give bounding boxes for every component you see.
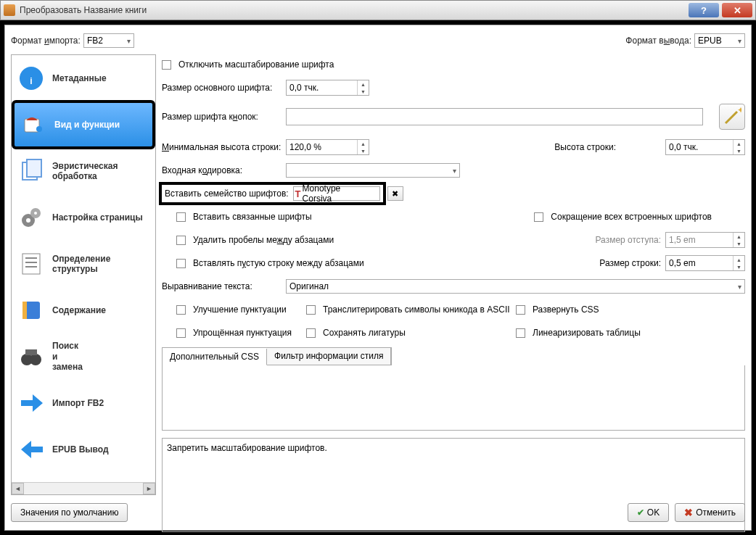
extra-css-textarea[interactable]	[162, 365, 745, 431]
button-font-size-label: Размер шрифта кнопок:	[162, 112, 282, 122]
embed-linked-fonts-label: Вставить связанные шрифты	[193, 212, 312, 222]
svg-rect-5	[27, 159, 41, 177]
simplify-punctuation-label: Упрощённая пунктуация	[193, 328, 302, 338]
svg-rect-15	[22, 302, 27, 319]
base-font-size-label: Размер основного шрифта:	[162, 83, 282, 93]
check-icon: ✔	[637, 507, 644, 518]
line-height-spinner[interactable]: 0,0 тчк. ▲▼	[665, 139, 745, 155]
arrow-left-icon	[17, 436, 45, 463]
svg-text:✦: ✦	[737, 107, 741, 115]
keep-ligatures-checkbox[interactable]	[306, 328, 316, 338]
line-height-label: Высота строки:	[543, 142, 616, 152]
input-encoding-combo[interactable]	[286, 163, 460, 178]
unwrap-css-checkbox[interactable]	[516, 305, 525, 315]
sidebar-item-epub-output[interactable]: EPUB Вывод	[12, 426, 155, 473]
tab-style-filter[interactable]: Фильтр информации стиля	[267, 348, 391, 365]
transliterate-checkbox[interactable]	[306, 305, 316, 315]
svg-rect-10	[22, 254, 40, 274]
cancel-icon: ✖	[684, 507, 693, 518]
clear-font-button[interactable]: ✖	[387, 186, 403, 201]
insert-blank-line-label: Вставлять пустую строку между абзацами	[193, 258, 364, 268]
sidebar-item-page-setup[interactable]: Настройка страницы	[12, 194, 155, 241]
insert-blank-line-checkbox[interactable]	[176, 259, 186, 268]
transliterate-label: Транслитерировать символы юникода в ASCI…	[323, 304, 511, 315]
app-icon	[4, 4, 15, 16]
pages-icon	[17, 157, 45, 185]
linearize-tables-label: Линеаризировать таблицы	[533, 328, 641, 338]
svg-point-3	[36, 126, 42, 132]
indent-size-label: Размер отступа:	[596, 235, 662, 245]
paint-bucket-icon	[20, 111, 47, 138]
tab-extra-css[interactable]: Дополнительный CSS	[163, 349, 267, 365]
remove-blank-checkbox[interactable]	[176, 236, 186, 245]
scroll-left-icon[interactable]: ◄	[12, 483, 24, 494]
insert-font-family-label: Вставить семейство шрифтов:	[165, 188, 289, 199]
subset-fonts-checkbox[interactable]	[534, 212, 543, 222]
gears-icon	[17, 204, 45, 231]
disable-font-scaling-checkbox[interactable]	[162, 60, 171, 70]
svg-line-19	[726, 112, 737, 123]
info-icon: i	[17, 65, 45, 92]
font-tt-icon: T	[295, 188, 301, 199]
title-bar: Преобразовать Название книги ? ✕	[0, 0, 756, 20]
sidebar-item-structure[interactable]: Определение структуры	[12, 241, 155, 287]
book-icon	[17, 296, 45, 324]
sidebar-item-import-fb2[interactable]: Импорт FB2	[12, 380, 155, 426]
embed-linked-fonts-checkbox[interactable]	[176, 212, 186, 222]
svg-point-9	[34, 212, 37, 215]
indent-size-spinner: 1,5 em ▲▼	[665, 232, 745, 248]
svg-point-7	[26, 218, 30, 223]
sidebar-item-heuristic[interactable]: Эвристическая обработка	[12, 148, 155, 194]
text-justify-label: Выравнивание текста:	[162, 281, 282, 291]
document-lines-icon	[17, 250, 45, 278]
insert-font-family-highlight: Вставить семейство шрифтов: T Monotype C…	[162, 185, 383, 202]
svg-text:i: i	[30, 76, 32, 86]
css-tabs: Дополнительный CSS Фильтр информации сти…	[162, 347, 392, 365]
unwrap-css-label: Развернуть CSS	[533, 304, 599, 315]
restore-defaults-button[interactable]: Значения по умолчанию	[11, 503, 128, 522]
output-format-label: Формат вывода:	[625, 36, 691, 46]
window-title: Преобразовать Название книги	[20, 5, 686, 15]
improve-punctuation-checkbox[interactable]	[176, 305, 186, 315]
arrow-right-icon	[17, 389, 45, 417]
ok-button[interactable]: ✔OK	[628, 503, 669, 522]
subset-fonts-label: Сокращение всех встроенных шрифтов	[551, 212, 712, 222]
wizard-button[interactable]: ✦	[719, 104, 745, 130]
scroll-right-icon[interactable]: ►	[143, 483, 155, 494]
output-format-combo[interactable]: EPUB	[694, 33, 745, 48]
sidebar-hscrollbar[interactable]: ◄ ►	[12, 482, 155, 494]
text-justify-combo[interactable]: Оригинал	[286, 279, 745, 294]
close-button[interactable]: ✕	[722, 3, 752, 17]
sidebar: i Метаданные Вид и функции	[11, 54, 156, 495]
min-line-height-label: Минимальная высота строки:	[162, 142, 282, 152]
remove-blank-label: Удалить пробелы между абзацами	[193, 235, 334, 245]
min-line-height-spinner[interactable]: 120,0 % ▲▼	[286, 139, 369, 155]
svg-rect-18	[25, 349, 37, 355]
svg-point-17	[30, 354, 41, 365]
sidebar-item-search-replace[interactable]: Поиск и замена	[12, 333, 155, 380]
line-size-spinner[interactable]: 0,5 em ▲▼	[665, 255, 745, 271]
help-button[interactable]: ?	[689, 3, 719, 17]
keep-ligatures-label: Сохранять лигатуры	[323, 328, 511, 338]
import-format-combo[interactable]: FB2	[83, 33, 134, 48]
sidebar-item-look-and-feel[interactable]: Вид и функции	[13, 101, 154, 148]
button-font-size-input[interactable]	[286, 108, 703, 125]
sidebar-item-toc[interactable]: Содержание	[12, 287, 155, 333]
insert-font-family-combo[interactable]: T Monotype Corsiva	[293, 186, 380, 201]
import-format-label: Формат импорта:	[11, 36, 81, 46]
improve-punctuation-label: Улучшение пунктуации	[193, 304, 302, 315]
cancel-button[interactable]: ✖Отменить	[675, 503, 745, 522]
simplify-punctuation-checkbox[interactable]	[176, 328, 186, 338]
binoculars-icon	[17, 343, 45, 370]
disable-font-scaling-label: Отключить масштабирование шрифта	[178, 59, 334, 70]
line-size-label: Размер строки:	[599, 258, 661, 268]
content-pane: Отключить масштабирование шрифта Размер …	[162, 54, 745, 495]
linearize-tables-checkbox[interactable]	[516, 328, 525, 338]
input-encoding-label: Входная кодировка:	[162, 165, 282, 175]
sidebar-item-metadata[interactable]: i Метаданные	[12, 55, 155, 101]
base-font-size-spinner[interactable]: 0,0 тчк. ▲▼	[286, 80, 369, 96]
